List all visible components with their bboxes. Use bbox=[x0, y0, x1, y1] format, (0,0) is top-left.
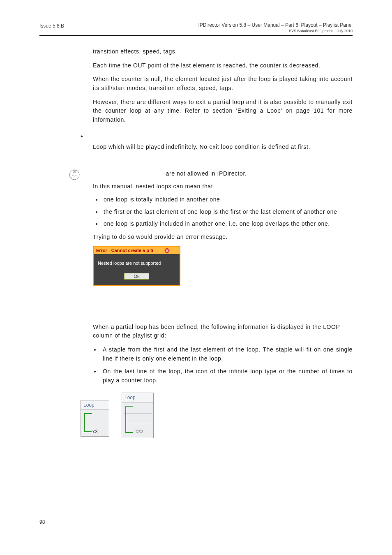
page-number: 98 bbox=[39, 519, 52, 526]
doc-title-block: IPDirector Version 5.8 – User Manual – P… bbox=[198, 22, 353, 33]
note-list: one loop is totally included in another … bbox=[93, 195, 353, 229]
loop-figures: Loop x3 Loop bbox=[81, 393, 353, 438]
paragraph: However, there are different ways to exi… bbox=[93, 98, 353, 125]
error-title-text: Error - Cannot create a p ti bbox=[96, 248, 153, 253]
note-line: In this manual, nested loops can mean th… bbox=[93, 182, 353, 191]
body-column: transition effects, speed, tags. Each ti… bbox=[93, 47, 353, 438]
list-item: A staple from the first and the last ele… bbox=[100, 345, 353, 363]
loop-staple-icon bbox=[125, 406, 133, 433]
error-dialog-body: Nested loops are not supported bbox=[94, 254, 180, 270]
close-icon[interactable] bbox=[164, 248, 170, 253]
paragraph: When the counter is null, the element lo… bbox=[93, 75, 353, 92]
paragraph: transition effects, speed, tags. bbox=[93, 47, 353, 56]
paragraph: When a partial loop has been defined, th… bbox=[93, 323, 353, 340]
svg-point-3 bbox=[74, 170, 75, 171]
error-dialog: Error - Cannot create a p ti Nested loop… bbox=[93, 246, 180, 286]
note-line: are not allowed in IPDirector. bbox=[93, 169, 353, 178]
note-content: are not allowed in IPDirector. In this m… bbox=[93, 166, 353, 286]
bullet-marker: • bbox=[81, 133, 353, 140]
doc-title: IPDirector Version 5.8 – User Manual – P… bbox=[198, 22, 353, 28]
ok-button[interactable]: Ok bbox=[124, 273, 149, 280]
header-rule bbox=[39, 35, 353, 36]
infinity-icon bbox=[134, 428, 144, 435]
loop-column-body: x3 bbox=[81, 410, 109, 436]
error-dialog-actions: Ok bbox=[94, 270, 180, 285]
loop-counter-tag: x3 bbox=[92, 429, 98, 435]
note-block: are not allowed in IPDirector. In this m… bbox=[68, 166, 353, 286]
note-line: Trying to do so would provide an error m… bbox=[93, 233, 353, 242]
note-icon bbox=[68, 169, 81, 183]
loop-staple-icon bbox=[84, 413, 92, 432]
paragraph: Each time the OUT point of the last elem… bbox=[93, 61, 353, 70]
loop-figure-infinite: Loop bbox=[122, 393, 154, 438]
note-rule-top bbox=[93, 161, 353, 161]
loop-column-header: Loop bbox=[122, 393, 153, 402]
issue-label: Issue 5.8.B bbox=[39, 23, 64, 33]
error-dialog-title: Error - Cannot create a p ti bbox=[94, 247, 180, 254]
paragraph: Loop which will be played indefinitely. … bbox=[93, 143, 353, 152]
list-item: one loop is totally included in another … bbox=[102, 195, 353, 204]
loop-column-body bbox=[122, 402, 153, 438]
doc-subtitle: EVS Broadcast Equipment – July 2010 bbox=[198, 29, 353, 33]
section-list: A staple from the first and the last ele… bbox=[93, 345, 353, 385]
loop-column-header: Loop bbox=[81, 400, 109, 410]
list-item: the first or the last element of one loo… bbox=[102, 208, 353, 217]
list-item: one loop is partially included in anothe… bbox=[102, 220, 353, 229]
loop-figure-counter: Loop x3 bbox=[81, 400, 109, 437]
list-item: On the last line of the loop, the icon o… bbox=[100, 367, 353, 385]
page-header: Issue 5.8.B IPDirector Version 5.8 – Use… bbox=[39, 22, 353, 33]
note-rule-bottom bbox=[93, 293, 353, 293]
